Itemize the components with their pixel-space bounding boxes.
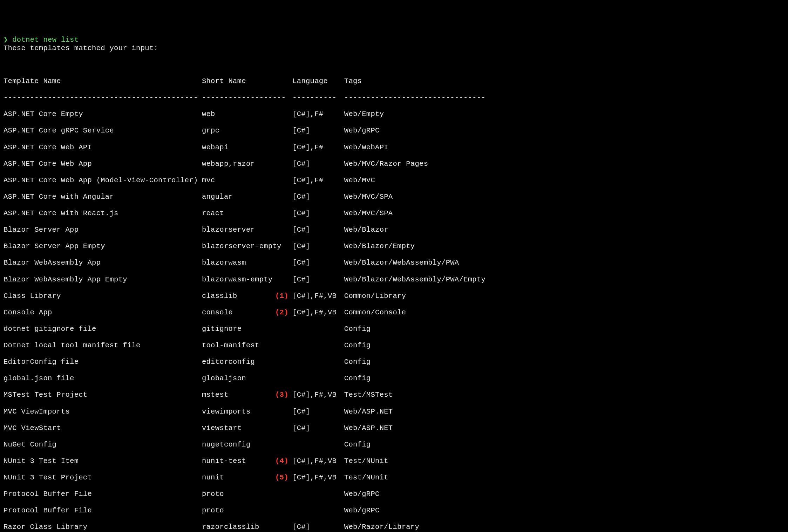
cell-tags: Web/gRPC — [344, 127, 380, 135]
table-row: Razor Class Libraryrazorclasslib [C#]Web… — [4, 523, 784, 531]
header-language: Language — [292, 77, 344, 86]
table-row: ASP.NET Core with Angularangular [C#]Web… — [4, 193, 784, 201]
cell-template-name: Blazor WebAssembly App — [4, 259, 202, 267]
table-row: ASP.NET Core Web App (Model-View-Control… — [4, 176, 784, 185]
header-tags: Tags — [344, 77, 362, 86]
cell-template-name: NuGet Config — [4, 441, 202, 449]
cell-tags: Common/Console — [344, 308, 406, 317]
cell-short-name: web — [202, 110, 275, 118]
table-row: Blazor WebAssembly Appblazorwasm [C#]Web… — [4, 259, 784, 267]
cell-annotation — [275, 259, 288, 267]
cell-tags: Web/gRPC — [344, 490, 380, 498]
cell-template-name: NUnit 3 Test Item — [4, 457, 202, 465]
cell-annotation — [275, 209, 288, 218]
cell-annotation — [275, 226, 288, 234]
table-row: ASP.NET Core Emptyweb [C#],F#Web/Empty — [4, 110, 784, 118]
cell-annotation: (1) — [275, 292, 288, 300]
cell-language: [C#] — [292, 209, 344, 218]
table-row: Blazor Server App Emptyblazorserver-empt… — [4, 242, 784, 251]
cell-short-name: viewstart — [202, 424, 275, 432]
cell-annotation — [275, 143, 288, 152]
cell-annotation — [275, 341, 288, 350]
cell-template-name: Protocol Buffer File — [4, 506, 202, 515]
cell-template-name: Class Library — [4, 292, 202, 300]
header-anno-spacer — [275, 77, 288, 86]
cell-short-name: nugetconfig — [202, 441, 275, 449]
cell-short-name: react — [202, 209, 275, 218]
cell-short-name: classlib — [202, 292, 275, 300]
cell-template-name: ASP.NET Core Web App (Model-View-Control… — [4, 176, 202, 185]
cell-tags: Common/Library — [344, 292, 406, 300]
table-row: ASP.NET Core with React.jsreact [C#]Web/… — [4, 209, 784, 218]
cell-tags: Web/ASP.NET — [344, 424, 393, 432]
cell-tags: Web/Blazor/WebAssembly/PWA — [344, 259, 459, 267]
cell-short-name: grpc — [202, 127, 275, 135]
table-row: Class Libraryclasslib(1) [C#],F#,VBCommo… — [4, 292, 784, 300]
table-row: Dotnet local tool manifest filetool-mani… — [4, 341, 784, 350]
cell-short-name: blazorserver — [202, 226, 275, 234]
cell-language: [C#] — [292, 160, 344, 168]
cell-template-name: NUnit 3 Test Project — [4, 473, 202, 482]
cell-template-name: Blazor Server App Empty — [4, 242, 202, 251]
cell-language: [C#] — [292, 523, 344, 531]
cell-annotation: (3) — [275, 391, 288, 399]
cell-template-name: Razor Class Library — [4, 523, 202, 531]
divider-lang: ---------- — [292, 94, 335, 102]
cell-annotation — [275, 358, 288, 366]
cell-tags: Web/Blazor/Empty — [344, 242, 415, 251]
cell-language: [C#] — [292, 408, 344, 416]
cell-short-name: proto — [202, 490, 275, 498]
table-row: NUnit 3 Test Projectnunit(5) [C#],F#,VBT… — [4, 473, 784, 482]
cell-annotation: (2) — [275, 308, 288, 317]
cell-language: [C#] — [292, 275, 344, 284]
cell-short-name: blazorwasm-empty — [202, 275, 275, 284]
table-row: ASP.NET Core gRPC Servicegrpc [C#]Web/gR… — [4, 127, 784, 135]
cell-tags: Web/Empty — [344, 110, 384, 118]
cell-template-name: global.json file — [4, 374, 202, 383]
command-text: dotnet new list — [12, 36, 79, 44]
table-row: Blazor WebAssembly App Emptyblazorwasm-e… — [4, 275, 784, 284]
cell-language: [C#],F# — [292, 176, 344, 185]
cell-language: [C#],F#,VB — [292, 292, 344, 300]
table-row: MVC ViewImportsviewimports [C#]Web/ASP.N… — [4, 408, 784, 416]
cell-template-name: Protocol Buffer File — [4, 490, 202, 498]
cell-language: [C#] — [292, 259, 344, 267]
cell-template-name: MVC ViewStart — [4, 424, 202, 432]
cell-annotation — [275, 242, 288, 251]
terminal[interactable]: ❯ dotnet new list These templates matche… — [4, 36, 784, 532]
cell-short-name: nunit-test — [202, 457, 275, 465]
cell-tags: Web/MVC — [344, 176, 375, 185]
cell-template-name: dotnet gitignore file — [4, 325, 202, 333]
cell-annotation — [275, 160, 288, 168]
cell-tags: Test/NUnit — [344, 457, 388, 465]
header-template-name: Template Name — [4, 77, 202, 86]
prompt-symbol: ❯ — [4, 36, 8, 44]
cell-language: [C#] — [292, 226, 344, 234]
cell-tags: Config — [344, 341, 371, 350]
cell-tags: Config — [344, 325, 371, 333]
cell-template-name: Console App — [4, 308, 202, 317]
cell-template-name: EditorConfig file — [4, 358, 202, 366]
cell-language: [C#],F#,VB — [292, 391, 344, 399]
table-row: global.json fileglobaljson Config — [4, 374, 784, 383]
cell-tags: Web/WebAPI — [344, 143, 388, 152]
table-row: Console Appconsole(2) [C#],F#,VBCommon/C… — [4, 308, 784, 317]
cell-short-name: editorconfig — [202, 358, 275, 366]
cell-template-name: Dotnet local tool manifest file — [4, 341, 202, 350]
cell-annotation: (5) — [275, 473, 288, 482]
cell-short-name: tool-manifest — [202, 341, 275, 350]
cell-template-name: ASP.NET Core gRPC Service — [4, 127, 202, 135]
cell-language: [C#] — [292, 127, 344, 135]
cell-tags: Test/MSTest — [344, 391, 393, 399]
cell-tags: Web/MVC/SPA — [344, 193, 393, 201]
cell-tags: Web/Blazor — [344, 226, 388, 234]
cell-short-name: gitignore — [202, 325, 275, 333]
table-row: ASP.NET Core Web Appwebapp,razor [C#]Web… — [4, 160, 784, 168]
table-row: EditorConfig fileeditorconfig Config — [4, 358, 784, 366]
cell-annotation — [275, 127, 288, 135]
prompt-line: ❯ dotnet new list — [4, 36, 79, 44]
cell-short-name: mstest — [202, 391, 275, 399]
header-short-name: Short Name — [202, 77, 275, 86]
cell-tags: Web/ASP.NET — [344, 408, 393, 416]
cell-tags: Web/gRPC — [344, 506, 380, 515]
